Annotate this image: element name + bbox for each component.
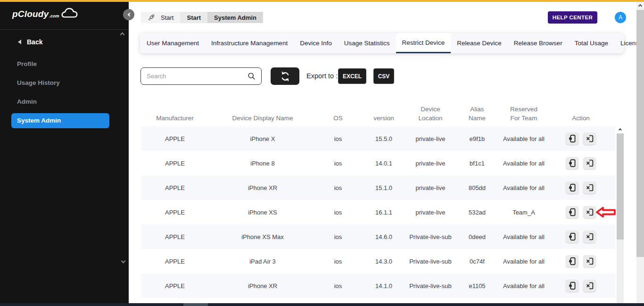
sidebar-item-system-admin[interactable]: System Admin bbox=[11, 113, 109, 128]
sidebar-scroll-down-icon[interactable] bbox=[121, 259, 126, 264]
device-lock-icon bbox=[568, 281, 577, 290]
column-header-version: version bbox=[360, 100, 408, 126]
search-box bbox=[140, 67, 262, 85]
version-cell: 16.1.1 bbox=[360, 200, 408, 224]
alias-name-cell: e1105 bbox=[453, 273, 501, 298]
action-cell bbox=[546, 126, 615, 151]
action-cell bbox=[546, 200, 615, 224]
lock-device-button[interactable] bbox=[566, 157, 578, 169]
lock-device-button[interactable] bbox=[566, 255, 578, 267]
reserved-team-cell: Available for all bbox=[501, 175, 546, 200]
sidebar-item-profile[interactable]: Profile bbox=[0, 55, 129, 74]
action-cell bbox=[546, 175, 615, 200]
refresh-icon bbox=[280, 71, 290, 82]
alias-name-cell: e9f1b bbox=[453, 126, 501, 151]
alias-name-cell: bf1c1 bbox=[453, 151, 501, 175]
restrict-device-button[interactable] bbox=[583, 206, 596, 218]
restrict-device-button[interactable] bbox=[583, 132, 596, 145]
manufacturer-cell: APPLE bbox=[141, 126, 209, 151]
device-lock-icon bbox=[568, 134, 577, 143]
breadcrumb-system-admin[interactable]: System Admin bbox=[207, 12, 263, 23]
tab-restrict-device[interactable]: Restrict Device bbox=[396, 33, 451, 53]
alias-name-cell: 805dd bbox=[453, 175, 501, 200]
table-header-row: ManufacturerDevice Display NameOSversion… bbox=[141, 100, 615, 126]
sidebar-item-usage-history[interactable]: Usage History bbox=[0, 74, 129, 92]
window-scrollbar-thumb[interactable] bbox=[636, 10, 644, 257]
tab-total-usage[interactable]: Total Usage bbox=[569, 33, 614, 53]
tab-bar: User ManagementInfrastructure Management… bbox=[140, 33, 624, 53]
reserved-team-cell: Available for all bbox=[501, 273, 546, 298]
sidebar-scroll-up-icon[interactable] bbox=[120, 33, 125, 37]
sidebar-item-admin[interactable]: Admin bbox=[0, 92, 129, 111]
horizontal-scrollbar-thumb[interactable] bbox=[183, 303, 208, 306]
table-scrollbar[interactable] bbox=[617, 126, 624, 303]
tab-release-browser[interactable]: Release Browser bbox=[508, 33, 569, 53]
search-icon bbox=[248, 72, 256, 80]
lock-device-button[interactable] bbox=[566, 280, 578, 292]
restrict-device-button[interactable] bbox=[583, 231, 596, 243]
os-cell: ios bbox=[316, 273, 360, 298]
tab-infrastructure-management[interactable]: Infrastructure Management bbox=[205, 33, 294, 53]
action-cell bbox=[546, 224, 615, 249]
version-cell: 14.6.0 bbox=[360, 224, 408, 249]
manufacturer-cell: APPLE bbox=[141, 200, 209, 224]
sidebar-menu: ProfileUsage HistoryAdminSystem Admin bbox=[0, 55, 129, 130]
device-name-cell: iPhone X bbox=[209, 126, 316, 151]
sidebar: pCloudy .com Back ProfileUsage HistoryAd… bbox=[0, 2, 129, 304]
alias-name-cell: 532ad bbox=[453, 200, 501, 224]
window-scroll-up-button[interactable] bbox=[636, 2, 644, 10]
back-arrow-icon bbox=[18, 40, 21, 44]
restrict-device-button[interactable] bbox=[583, 182, 596, 194]
tab-device-info[interactable]: Device Info bbox=[294, 33, 338, 53]
restrict-device-button[interactable] bbox=[583, 255, 596, 267]
device-lock-icon bbox=[568, 159, 577, 167]
action-cell bbox=[546, 249, 615, 273]
column-header-device-location: Device Location bbox=[408, 100, 453, 126]
search-input[interactable] bbox=[147, 73, 248, 80]
restrict-device-button[interactable] bbox=[583, 157, 596, 169]
device-table-body: APPLEiPhone Xios15.5.0private-livee9f1bA… bbox=[141, 126, 615, 306]
refresh-button[interactable] bbox=[271, 67, 299, 85]
lock-device-button[interactable] bbox=[566, 132, 578, 145]
version-cell: 14.0.1 bbox=[360, 151, 408, 175]
device-lock-icon bbox=[568, 257, 577, 265]
tab-release-device[interactable]: Release Device bbox=[451, 33, 508, 53]
version-cell: 15.1.0 bbox=[360, 175, 408, 200]
device-location-cell: Private-live-sub bbox=[408, 249, 453, 273]
sidebar-collapse-button[interactable] bbox=[123, 9, 134, 20]
restrict-remove-icon bbox=[586, 257, 594, 265]
table-scroll-up-button[interactable] bbox=[617, 126, 624, 133]
avatar[interactable]: A bbox=[615, 12, 626, 23]
device-name-cell: iPhone XR bbox=[209, 175, 316, 200]
back-button[interactable]: Back bbox=[18, 38, 42, 46]
horizontal-scrollbar[interactable] bbox=[0, 303, 644, 306]
breadcrumb: Start Start System Admin bbox=[141, 12, 263, 23]
help-center-button[interactable]: HELP CENTER bbox=[548, 11, 597, 24]
restrict-device-button[interactable] bbox=[583, 280, 596, 292]
breadcrumb-start[interactable]: Start bbox=[180, 12, 207, 23]
table-row: APPLEiPhone XRios15.1.0private-live805dd… bbox=[141, 175, 615, 200]
chevron-up-icon bbox=[638, 4, 642, 8]
lock-device-button[interactable] bbox=[566, 231, 578, 243]
window-scrollbar[interactable] bbox=[636, 2, 644, 306]
device-location-cell: private-live bbox=[408, 151, 453, 175]
reserved-team-cell: Team_A bbox=[501, 200, 546, 224]
version-cell: 14.3.0 bbox=[360, 249, 408, 273]
red-pointer-arrow-icon bbox=[595, 206, 617, 219]
table-scrollbar-thumb[interactable] bbox=[617, 133, 624, 240]
manufacturer-cell: APPLE bbox=[141, 175, 209, 200]
export-excel-button[interactable]: EXCEL bbox=[338, 68, 366, 84]
device-location-cell: private-live bbox=[408, 175, 453, 200]
table-row: APPLEiPhone XS Maxios14.6.0Private-live-… bbox=[141, 224, 615, 249]
tab-usage-statistics[interactable]: Usage Statistics bbox=[338, 33, 396, 53]
device-lock-icon bbox=[568, 183, 577, 192]
table-row: APPLEiPhone Xios15.5.0private-livee9f1bA… bbox=[141, 126, 615, 151]
breadcrumb-home[interactable]: Start bbox=[141, 12, 180, 23]
lock-device-button[interactable] bbox=[566, 206, 578, 218]
export-csv-button[interactable]: CSV bbox=[373, 68, 394, 84]
action-cell bbox=[546, 151, 615, 175]
restrict-remove-icon bbox=[586, 134, 594, 143]
action-cell bbox=[546, 273, 615, 298]
lock-device-button[interactable] bbox=[566, 182, 578, 194]
tab-user-management[interactable]: User Management bbox=[140, 33, 205, 53]
